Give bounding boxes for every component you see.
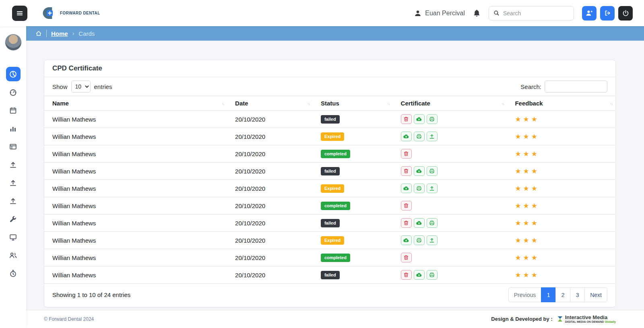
cell-date: 20/10/2020: [227, 163, 313, 180]
delete-button[interactable]: [401, 270, 412, 280]
trash-icon: [403, 168, 409, 174]
interactive-media-tagline: DIGITAL MEDIA ON DEMAND Globally: [565, 320, 616, 324]
upload-icon: [9, 179, 17, 187]
pagination-next[interactable]: Next: [584, 287, 607, 302]
pagination-page-1[interactable]: 1: [541, 287, 556, 302]
delete-button[interactable]: [401, 114, 412, 124]
avatar[interactable]: [5, 34, 22, 51]
home-icon[interactable]: [35, 30, 42, 37]
delete-button[interactable]: [401, 166, 412, 176]
show-label: Show: [52, 83, 68, 90]
add-user-button[interactable]: [582, 6, 597, 21]
download-button[interactable]: [414, 270, 425, 280]
print-button[interactable]: [414, 235, 425, 245]
interactive-media-logo[interactable]: Interactive Media DIGITAL MEDIA ON DEMAN…: [557, 315, 616, 324]
table-row: Willian Mathews20/10/2020Expired★★★: [44, 180, 615, 197]
page-size-select[interactable]: 10: [71, 80, 91, 93]
star-rating: ★★★: [515, 254, 607, 261]
power-button[interactable]: [618, 6, 633, 21]
brand-logo[interactable]: FORWARD DENTAL: [41, 7, 100, 19]
cell-certificate: [393, 197, 507, 215]
column-header-certificate[interactable]: Certificate↑↓: [393, 96, 507, 111]
cell-feedback: ★★★: [507, 215, 615, 232]
upload-icon: [9, 197, 17, 205]
download-button[interactable]: [401, 235, 412, 245]
sidebar-item-monitor[interactable]: [6, 230, 21, 244]
entries-summary: Showing 1 to 10 of 24 entries: [52, 291, 130, 298]
sidebar-item-cards[interactable]: [6, 139, 21, 154]
pagination-page-3[interactable]: 3: [570, 287, 585, 302]
sidebar-item-history[interactable]: [6, 266, 21, 281]
download-button[interactable]: [414, 166, 425, 176]
sidebar-item-dashboard[interactable]: [6, 67, 21, 81]
cloud-download-icon: [416, 116, 422, 122]
certificate-actions: [401, 184, 499, 193]
column-header-status[interactable]: Status↑↓: [313, 96, 393, 111]
sidebar-item-upload-1[interactable]: [6, 157, 21, 172]
breadcrumb-home-link[interactable]: Home: [51, 30, 68, 37]
cell-name: Willian Mathews: [44, 266, 227, 284]
print-button[interactable]: [414, 184, 425, 193]
print-button[interactable]: [427, 218, 438, 228]
upload-button[interactable]: [427, 132, 438, 141]
cloud-download-icon: [403, 134, 409, 139]
printer-icon: [429, 168, 435, 174]
table-body: Willian Mathews20/10/2020failed★★★Willia…: [44, 111, 615, 284]
user-icon: [414, 10, 421, 17]
upload-button[interactable]: [427, 184, 438, 193]
user-menu[interactable]: Euan Percival: [414, 10, 465, 17]
pagination-previous[interactable]: Previous: [508, 287, 541, 302]
header-search-input[interactable]: [503, 10, 576, 17]
download-button[interactable]: [414, 114, 425, 124]
developer-credit: Design & Developed by : Interactive Medi…: [491, 315, 616, 324]
print-button[interactable]: [427, 114, 438, 124]
sidebar-item-calendar[interactable]: [6, 103, 21, 118]
download-button[interactable]: [401, 132, 412, 141]
star-rating: ★★★: [515, 168, 607, 175]
table-search-input[interactable]: [545, 80, 607, 93]
notifications-button[interactable]: [473, 9, 481, 17]
brand-name: FORWARD DENTAL: [60, 11, 100, 15]
print-button[interactable]: [414, 132, 425, 141]
cell-date: 20/10/2020: [227, 266, 313, 284]
cell-name: Willian Mathews: [44, 215, 227, 232]
status-badge: failed: [321, 219, 340, 227]
column-label: Name: [52, 100, 69, 107]
column-header-feedback[interactable]: Feedback↑↓: [507, 96, 615, 111]
hamburger-menu-button[interactable]: [12, 6, 27, 21]
sidebar-item-bar-chart[interactable]: [6, 121, 21, 136]
cell-name: Willian Mathews: [44, 197, 227, 215]
delete-button[interactable]: [401, 253, 412, 262]
cell-status: failed: [313, 266, 393, 284]
sort-icon: ↑↓: [221, 101, 224, 105]
sidebar-item-upload-3[interactable]: [6, 194, 21, 208]
download-button[interactable]: [401, 184, 412, 193]
column-header-name[interactable]: Name↑↓: [44, 96, 227, 111]
delete-button[interactable]: [401, 201, 412, 210]
upload-icon: [429, 237, 435, 243]
logout-button[interactable]: [600, 6, 615, 21]
delete-button[interactable]: [401, 149, 412, 159]
certificate-actions: [401, 201, 499, 210]
sidebar-item-upload-2[interactable]: [6, 175, 21, 190]
table-row: Willian Mathews20/10/2020failed★★★: [44, 215, 615, 232]
sidebar-item-settings[interactable]: [6, 212, 21, 226]
table-row: Willian Mathews20/10/2020completed★★★: [44, 249, 615, 266]
list-icon: [9, 143, 17, 151]
pagination-page-2[interactable]: 2: [555, 287, 570, 302]
column-header-date[interactable]: Date↑↓: [227, 96, 313, 111]
delete-button[interactable]: [401, 218, 412, 228]
certificate-actions: [401, 253, 499, 262]
sidebar-nav: [6, 67, 21, 281]
cell-certificate: [393, 128, 507, 145]
header-search: [489, 6, 574, 21]
upload-button[interactable]: [427, 235, 438, 245]
certificate-actions: [401, 235, 499, 245]
print-button[interactable]: [427, 270, 438, 280]
column-label: Status: [321, 100, 339, 107]
download-button[interactable]: [414, 218, 425, 228]
sidebar-item-users[interactable]: [6, 248, 21, 262]
print-button[interactable]: [427, 166, 438, 176]
cell-status: Expired: [313, 180, 393, 197]
sidebar-item-speedometer[interactable]: [6, 85, 21, 99]
